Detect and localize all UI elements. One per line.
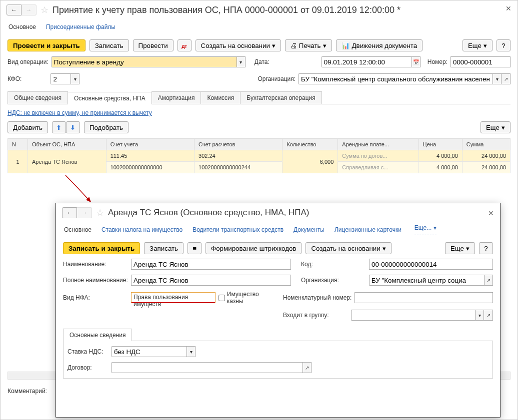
detail-org-input[interactable] [369, 275, 484, 286]
favorite-star-icon[interactable]: ☆ [40, 4, 48, 15]
detail-nav-license[interactable]: Лицензионные карточки [334, 224, 402, 235]
col-acct[interactable]: Счет учета [106, 139, 194, 150]
dt-button[interactable] [178, 39, 192, 51]
tab-accounting[interactable]: Бухгалтерская операция [240, 91, 322, 104]
forward-button[interactable]: → [22, 4, 36, 15]
kfo-input[interactable] [50, 73, 70, 84]
nomnum-input[interactable] [354, 292, 493, 303]
detail-barcode-button[interactable]: Формирование штрихкодов [206, 242, 302, 254]
create-based-button[interactable]: Создать на основании ▾ [196, 39, 281, 51]
tab-general[interactable]: Общие сведения [8, 91, 68, 104]
detail-org-label: Организация: [301, 277, 366, 284]
detail-help-button[interactable]: ? [479, 242, 493, 254]
col-rent[interactable]: Арендные плате... [338, 139, 418, 150]
cell-sum[interactable]: 24 000,00 [462, 150, 510, 162]
cell-settle[interactable]: 10020000000000244 [194, 162, 282, 173]
dropdown-icon[interactable] [236, 56, 246, 67]
post-close-button[interactable]: Провести и закрыть [8, 39, 86, 51]
post-button[interactable]: Провести [133, 39, 174, 51]
col-settle[interactable]: Счет расчетов [194, 139, 282, 150]
group-input[interactable] [351, 310, 475, 321]
detail-tab-general[interactable]: Основные сведения [63, 329, 132, 341]
cell-sum[interactable]: 24 000,00 [462, 162, 510, 173]
org-input-group [298, 73, 510, 84]
detail-nav-docs[interactable]: Документы [292, 224, 326, 235]
dropdown-icon[interactable] [70, 73, 80, 84]
movements-button[interactable]: Движения документа [336, 39, 423, 51]
detail-forward-button[interactable]: → [77, 207, 92, 218]
detail-nav-more[interactable]: Еще... ▾ [414, 224, 436, 235]
treasury-checkbox-input[interactable] [218, 295, 225, 301]
cell-acct[interactable]: 10020000000000000 [106, 162, 194, 173]
detail-list-button[interactable] [188, 242, 202, 254]
vat-rate-input[interactable] [112, 346, 186, 357]
pick-button[interactable]: Подобрать [84, 121, 128, 133]
detail-nav-main[interactable]: Основное [63, 224, 92, 235]
cell-settle[interactable]: 302.24 [194, 150, 282, 162]
number-input[interactable] [450, 56, 510, 67]
fullname-input[interactable] [131, 275, 291, 286]
detail-favorite-star-icon[interactable]: ☆ [96, 207, 104, 218]
operation-type-input[interactable] [52, 56, 236, 67]
col-sum[interactable]: Сумма [462, 139, 510, 150]
vat-link[interactable]: НДС: не включен в сумму, не принимается … [8, 109, 152, 116]
detail-save-button[interactable]: Записать [144, 242, 184, 254]
save-button[interactable]: Записать [90, 39, 129, 51]
close-icon[interactable]: ✕ [506, 4, 512, 12]
print-button[interactable]: Печать ▾ [285, 39, 332, 51]
dropdown-icon[interactable] [475, 310, 484, 321]
tab-os-npa[interactable]: Основные средства, НПА [68, 92, 152, 104]
field-row-2: КФО: Организация: [0, 70, 518, 87]
cell-acct[interactable]: 111.45 [106, 150, 194, 162]
nfa-input[interactable]: Права пользования имуществ [131, 292, 216, 303]
org-input[interactable] [298, 73, 492, 84]
move-up-button[interactable] [52, 121, 66, 133]
chevron-down-icon: ▾ [272, 42, 276, 49]
nav-tab-main[interactable]: Основное [8, 21, 37, 32]
cell-price[interactable]: 4 000,00 [418, 150, 462, 162]
move-down-button[interactable] [66, 121, 80, 133]
col-qty[interactable]: Количество [282, 139, 338, 150]
os-table: N Объект ОС, НПА Счет учета Счет расчето… [8, 138, 510, 173]
open-icon[interactable] [302, 362, 312, 373]
detail-create-based-button[interactable]: Создать на основании ▾ [306, 242, 391, 254]
open-icon[interactable] [484, 310, 493, 321]
date-input[interactable] [322, 56, 412, 67]
col-obj[interactable]: Объект ОС, НПА [28, 139, 106, 150]
detail-back-button[interactable]: ← [62, 207, 77, 218]
col-n[interactable]: N [8, 139, 28, 150]
detail-nav-tax[interactable]: Ставки налога на имущество [100, 224, 184, 235]
open-icon[interactable] [502, 73, 510, 84]
name-input[interactable] [131, 259, 291, 270]
cell-price[interactable]: 4 000,00 [418, 162, 462, 173]
open-icon[interactable] [484, 275, 493, 286]
nav-tab-files[interactable]: Присоединенные файлы [45, 21, 116, 32]
back-button[interactable]: ← [6, 4, 22, 15]
tab-amort[interactable]: Амортизация [152, 91, 202, 104]
detail-save-close-button[interactable]: Записать и закрыть [63, 242, 140, 254]
nomnum-label: Номенклатурный номер: [283, 294, 352, 301]
detail-nav-drivers[interactable]: Водители транспортных средств [192, 224, 284, 235]
calendar-icon[interactable] [412, 56, 420, 67]
detail-more-button[interactable]: Еще ▾ [445, 242, 475, 254]
movements-icon [342, 42, 350, 49]
date-input-group [322, 56, 420, 67]
table-more-button[interactable]: Еще ▾ [480, 121, 510, 133]
cell-obj[interactable]: Аренда ТС Яснов [28, 150, 106, 173]
tab-commission[interactable]: Комиссия [200, 91, 240, 104]
table-row[interactable]: 1 Аренда ТС Яснов 111.45 302.24 6,000 Су… [8, 150, 510, 162]
dropdown-icon[interactable] [186, 346, 196, 357]
code-input[interactable] [369, 259, 493, 270]
cell-rent[interactable]: Справедливая с... [338, 162, 418, 173]
treasury-checkbox[interactable]: Имущество казны [218, 291, 273, 305]
dropdown-icon[interactable] [492, 73, 502, 84]
detail-close-icon[interactable]: ✕ [488, 209, 494, 217]
cell-rent[interactable]: Сумма по догов... [338, 150, 418, 162]
more-button[interactable]: Еще ▾ [462, 39, 492, 51]
help-button[interactable]: ? [496, 39, 510, 51]
detail-row-group: Входит в группу: [56, 307, 500, 323]
add-row-button[interactable]: Добавить [8, 121, 48, 133]
col-price[interactable]: Цена [418, 139, 462, 150]
contract-input[interactable] [112, 362, 302, 373]
cell-qty[interactable]: 6,000 [282, 150, 338, 173]
